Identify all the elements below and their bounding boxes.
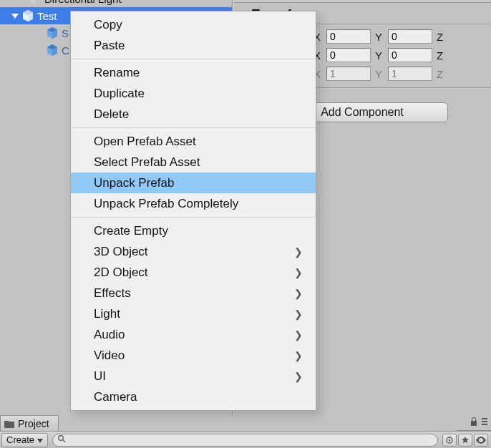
chevron-right-icon: ❯ [294,371,303,382]
menu-item-label: Effects [94,286,131,301]
context-menu: CopyPasteRenameDuplicateDeleteOpen Prefa… [70,11,316,411]
chevron-down-icon [37,434,43,445]
chevron-right-icon: ❯ [294,329,303,341]
svg-point-6 [449,439,451,441]
menu-item-label: Unpack Prefab Completely [94,197,238,211]
foldout-spacer [34,28,44,38]
prefab-icon [21,9,34,22]
hierarchy-item-label: S [62,27,69,39]
prefab-icon [46,44,59,57]
chevron-right-icon: ❯ [294,308,303,320]
svg-rect-2 [482,424,487,425]
dropdown-icon[interactable] [481,417,488,429]
svg-rect-1 [482,421,487,422]
create-button[interactable]: Create [1,433,48,447]
hierarchy-item-label: Test [37,10,57,22]
menu-item-label: Audio [94,328,125,342]
menu-item-label: Select Prefab Asset [94,155,200,170]
menu-item[interactable]: Light❯ [71,303,316,324]
chevron-right-icon: ❯ [294,350,303,361]
menu-item[interactable]: UI❯ [71,366,316,386]
project-search[interactable] [52,434,438,447]
menu-item[interactable]: Effects❯ [71,283,316,303]
visibility-icon[interactable] [474,434,488,447]
menu-item-label: 2D Object [94,266,148,280]
menu-item-label: Create Empty [94,224,168,238]
favorite-icon[interactable] [458,434,472,447]
menu-separator [71,127,316,128]
menu-item[interactable]: Delete [71,104,316,125]
y-field[interactable] [388,29,432,44]
menu-separator [71,217,316,218]
menu-item[interactable]: Open Prefab Asset [71,131,316,152]
hierarchy-item-label: C [62,44,69,57]
menu-item[interactable]: 3D Object❯ [71,241,316,262]
x-field[interactable] [326,29,371,44]
menu-item-label: Light [94,307,120,321]
menu-item-label: Rename [94,66,140,80]
menu-item[interactable]: Video❯ [71,345,316,366]
prefab-icon [46,26,59,39]
hierarchy-item-label: Directional Light [44,0,122,5]
menu-item[interactable]: Rename [71,62,316,83]
axis-label-z: Z [437,49,449,62]
svg-rect-0 [482,418,487,419]
lock-icon[interactable] [470,417,478,429]
menu-item[interactable]: Unpack Prefab [71,172,316,193]
menu-item-label: Paste [94,39,125,53]
axis-label-y: Y [375,68,388,80]
project-panel: Project Create [0,415,491,448]
search-icon [57,434,66,445]
menu-item-label: Copy [94,18,122,32]
menu-item[interactable]: Copy [71,14,316,35]
foldout-toggle[interactable] [10,11,20,21]
project-toolbar: Create [0,431,491,448]
x-field[interactable] [326,48,371,62]
axis-label-z: Z [437,68,449,80]
project-tab-label: Project [18,418,49,429]
hierarchy-item[interactable]: Directional Light [0,0,232,7]
menu-item[interactable]: 2D Object❯ [71,262,316,283]
foldout-spacer [34,45,44,55]
menu-item-label: UI [94,369,106,384]
menu-item[interactable]: Duplicate [71,83,316,104]
chevron-right-icon: ❯ [294,246,303,258]
chevron-right-icon: ❯ [294,267,303,278]
svg-line-4 [63,440,65,442]
menu-item-label: Delete [94,107,129,122]
menu-item[interactable]: Camera [71,386,316,407]
menu-item-label: Camera [94,390,137,404]
svg-point-3 [59,436,64,441]
gameobject-icon [29,0,42,5]
axis-label-z: Z [437,31,449,43]
menu-item-label: 3D Object [94,245,148,259]
menu-item-label: Open Prefab Asset [94,135,196,149]
axis-label-y: Y [375,49,388,62]
panel-lock-area [457,415,491,431]
create-label: Create [6,434,34,445]
menu-item-label: Duplicate [94,87,145,101]
chevron-right-icon: ❯ [294,288,303,299]
menu-item[interactable]: Create Empty [71,220,316,241]
folder-icon [4,418,15,429]
filter-icon[interactable] [442,434,457,447]
menu-item[interactable]: Paste [71,35,316,56]
inspector-divider [233,0,491,3]
menu-item[interactable]: Select Prefab Asset [71,152,316,172]
y-field[interactable] [388,67,432,81]
axis-label-y: Y [375,31,388,43]
project-tab[interactable]: Project [0,415,59,431]
foldout-spacer [17,0,27,4]
y-field[interactable] [388,48,432,62]
x-field[interactable] [326,67,371,81]
menu-item-label: Unpack Prefab [94,176,174,190]
add-component-label: Add Component [321,106,404,119]
menu-item[interactable]: Unpack Prefab Completely [71,193,316,214]
menu-separator [71,59,316,59]
menu-item[interactable]: Audio❯ [71,324,316,345]
menu-item-label: Video [94,349,125,363]
